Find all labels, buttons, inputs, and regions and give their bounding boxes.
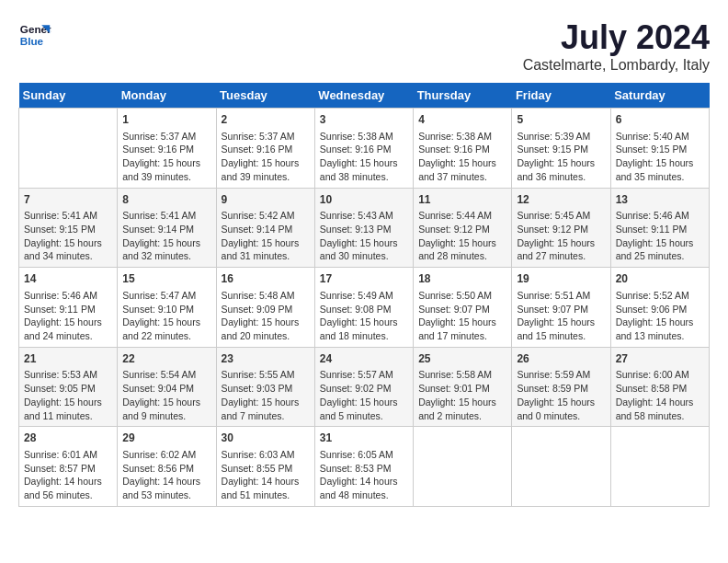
day-number: 1 — [122, 112, 210, 128]
calendar-cell: 2Sunrise: 5:37 AM Sunset: 9:16 PM Daylig… — [216, 109, 314, 189]
cell-sun-info: Sunrise: 5:38 AM Sunset: 9:16 PM Dayligh… — [418, 130, 506, 184]
calendar-cell: 6Sunrise: 5:40 AM Sunset: 9:15 PM Daylig… — [610, 109, 709, 189]
calendar-cell: 18Sunrise: 5:50 AM Sunset: 9:07 PM Dayli… — [414, 268, 512, 348]
calendar-table: SundayMondayTuesdayWednesdayThursdayFrid… — [18, 83, 710, 507]
cell-sun-info: Sunrise: 6:01 AM Sunset: 8:57 PM Dayligh… — [24, 448, 112, 502]
day-number: 31 — [320, 431, 408, 446]
cell-sun-info: Sunrise: 5:41 AM Sunset: 9:15 PM Dayligh… — [24, 209, 112, 263]
day-of-week-header: Saturday — [610, 83, 709, 109]
calendar-cell: 23Sunrise: 5:55 AM Sunset: 9:03 PM Dayli… — [216, 347, 314, 427]
title-area: July 2024 Castelmarte, Lombardy, Italy — [523, 18, 710, 74]
calendar-cell: 10Sunrise: 5:43 AM Sunset: 9:13 PM Dayli… — [314, 188, 413, 268]
cell-sun-info: Sunrise: 5:38 AM Sunset: 9:16 PM Dayligh… — [320, 130, 408, 184]
calendar-cell: 12Sunrise: 5:45 AM Sunset: 9:12 PM Dayli… — [512, 188, 610, 268]
cell-sun-info: Sunrise: 5:37 AM Sunset: 9:16 PM Dayligh… — [222, 130, 310, 184]
day-number: 20 — [616, 271, 704, 287]
day-number: 15 — [122, 271, 210, 287]
day-number: 11 — [418, 192, 506, 208]
cell-sun-info: Sunrise: 5:46 AM Sunset: 9:11 PM Dayligh… — [24, 289, 112, 343]
page-header: General Blue July 2024 Castelmarte, Lomb… — [18, 18, 710, 74]
day-number: 29 — [122, 431, 210, 446]
calendar-cell: 4Sunrise: 5:38 AM Sunset: 9:16 PM Daylig… — [414, 109, 512, 189]
day-number: 28 — [24, 431, 112, 446]
calendar-cell: 16Sunrise: 5:48 AM Sunset: 9:09 PM Dayli… — [216, 268, 314, 348]
cell-sun-info: Sunrise: 5:57 AM Sunset: 9:02 PM Dayligh… — [320, 368, 408, 422]
day-of-week-header: Thursday — [414, 83, 512, 109]
cell-sun-info: Sunrise: 5:48 AM Sunset: 9:09 PM Dayligh… — [222, 289, 310, 343]
day-number: 25 — [418, 351, 506, 367]
day-number: 4 — [418, 112, 506, 128]
day-number: 19 — [517, 271, 605, 287]
day-number: 30 — [222, 431, 310, 446]
calendar-header-row: SundayMondayTuesdayWednesdayThursdayFrid… — [19, 83, 710, 109]
day-number: 26 — [517, 351, 605, 367]
day-number: 21 — [24, 351, 112, 367]
calendar-cell: 1Sunrise: 5:37 AM Sunset: 9:16 PM Daylig… — [118, 109, 216, 189]
day-number: 13 — [616, 192, 704, 208]
calendar-cell: 11Sunrise: 5:44 AM Sunset: 9:12 PM Dayli… — [414, 188, 512, 268]
calendar-cell: 15Sunrise: 5:47 AM Sunset: 9:10 PM Dayli… — [118, 268, 216, 348]
cell-sun-info: Sunrise: 5:52 AM Sunset: 9:06 PM Dayligh… — [616, 289, 704, 343]
cell-sun-info: Sunrise: 5:43 AM Sunset: 9:13 PM Dayligh… — [320, 209, 408, 263]
calendar-cell: 9Sunrise: 5:42 AM Sunset: 9:14 PM Daylig… — [216, 188, 314, 268]
calendar-cell: 31Sunrise: 6:05 AM Sunset: 8:53 PM Dayli… — [314, 427, 413, 507]
day-number: 16 — [222, 271, 310, 287]
calendar-cell: 25Sunrise: 5:58 AM Sunset: 9:01 PM Dayli… — [414, 347, 512, 427]
calendar-cell: 24Sunrise: 5:57 AM Sunset: 9:02 PM Dayli… — [314, 347, 413, 427]
day-number: 23 — [222, 351, 310, 367]
cell-sun-info: Sunrise: 5:49 AM Sunset: 9:08 PM Dayligh… — [320, 289, 408, 343]
cell-sun-info: Sunrise: 5:53 AM Sunset: 9:05 PM Dayligh… — [24, 368, 112, 422]
day-of-week-header: Sunday — [19, 83, 118, 109]
calendar-cell: 13Sunrise: 5:46 AM Sunset: 9:11 PM Dayli… — [610, 188, 709, 268]
cell-sun-info: Sunrise: 5:55 AM Sunset: 9:03 PM Dayligh… — [222, 368, 310, 422]
day-number: 22 — [122, 351, 210, 367]
calendar-cell — [610, 427, 709, 507]
day-number: 12 — [517, 192, 605, 208]
cell-sun-info: Sunrise: 5:47 AM Sunset: 9:10 PM Dayligh… — [122, 289, 210, 343]
calendar-week-row: 1Sunrise: 5:37 AM Sunset: 9:16 PM Daylig… — [19, 109, 710, 189]
cell-sun-info: Sunrise: 5:58 AM Sunset: 9:01 PM Dayligh… — [418, 368, 506, 422]
calendar-cell — [414, 427, 512, 507]
calendar-week-row: 28Sunrise: 6:01 AM Sunset: 8:57 PM Dayli… — [19, 427, 710, 507]
calendar-cell: 19Sunrise: 5:51 AM Sunset: 9:07 PM Dayli… — [512, 268, 610, 348]
cell-sun-info: Sunrise: 5:44 AM Sunset: 9:12 PM Dayligh… — [418, 209, 506, 263]
day-number: 7 — [24, 192, 112, 208]
location-subtitle: Castelmarte, Lombardy, Italy — [523, 57, 710, 74]
logo-icon: General Blue — [18, 18, 51, 52]
cell-sun-info: Sunrise: 5:39 AM Sunset: 9:15 PM Dayligh… — [517, 130, 605, 184]
calendar-cell: 26Sunrise: 5:59 AM Sunset: 8:59 PM Dayli… — [512, 347, 610, 427]
cell-sun-info: Sunrise: 5:37 AM Sunset: 9:16 PM Dayligh… — [122, 130, 210, 184]
day-number: 14 — [24, 271, 112, 287]
cell-sun-info: Sunrise: 6:02 AM Sunset: 8:56 PM Dayligh… — [122, 448, 210, 502]
cell-sun-info: Sunrise: 6:00 AM Sunset: 8:58 PM Dayligh… — [616, 368, 704, 422]
day-of-week-header: Tuesday — [216, 83, 314, 109]
calendar-cell: 7Sunrise: 5:41 AM Sunset: 9:15 PM Daylig… — [19, 188, 118, 268]
day-number: 8 — [122, 192, 210, 208]
calendar-cell: 29Sunrise: 6:02 AM Sunset: 8:56 PM Dayli… — [118, 427, 216, 507]
cell-sun-info: Sunrise: 5:40 AM Sunset: 9:15 PM Dayligh… — [616, 130, 704, 184]
day-of-week-header: Friday — [512, 83, 610, 109]
calendar-cell: 14Sunrise: 5:46 AM Sunset: 9:11 PM Dayli… — [19, 268, 118, 348]
day-number: 17 — [320, 271, 408, 287]
day-number: 2 — [222, 112, 310, 128]
cell-sun-info: Sunrise: 5:41 AM Sunset: 9:14 PM Dayligh… — [122, 209, 210, 263]
cell-sun-info: Sunrise: 6:03 AM Sunset: 8:55 PM Dayligh… — [222, 448, 310, 502]
day-number: 18 — [418, 271, 506, 287]
day-number: 27 — [616, 351, 704, 367]
svg-text:Blue: Blue — [20, 35, 44, 47]
calendar-cell — [19, 109, 118, 189]
logo: General Blue — [18, 18, 51, 52]
cell-sun-info: Sunrise: 5:59 AM Sunset: 8:59 PM Dayligh… — [517, 368, 605, 422]
cell-sun-info: Sunrise: 5:46 AM Sunset: 9:11 PM Dayligh… — [616, 209, 704, 263]
cell-sun-info: Sunrise: 5:51 AM Sunset: 9:07 PM Dayligh… — [517, 289, 605, 343]
calendar-week-row: 7Sunrise: 5:41 AM Sunset: 9:15 PM Daylig… — [19, 188, 710, 268]
calendar-cell: 28Sunrise: 6:01 AM Sunset: 8:57 PM Dayli… — [19, 427, 118, 507]
calendar-cell: 22Sunrise: 5:54 AM Sunset: 9:04 PM Dayli… — [118, 347, 216, 427]
day-number: 5 — [517, 112, 605, 128]
cell-sun-info: Sunrise: 5:54 AM Sunset: 9:04 PM Dayligh… — [122, 368, 210, 422]
calendar-cell — [512, 427, 610, 507]
day-number: 3 — [320, 112, 408, 128]
calendar-cell: 5Sunrise: 5:39 AM Sunset: 9:15 PM Daylig… — [512, 109, 610, 189]
day-number: 24 — [320, 351, 408, 367]
calendar-cell: 20Sunrise: 5:52 AM Sunset: 9:06 PM Dayli… — [610, 268, 709, 348]
